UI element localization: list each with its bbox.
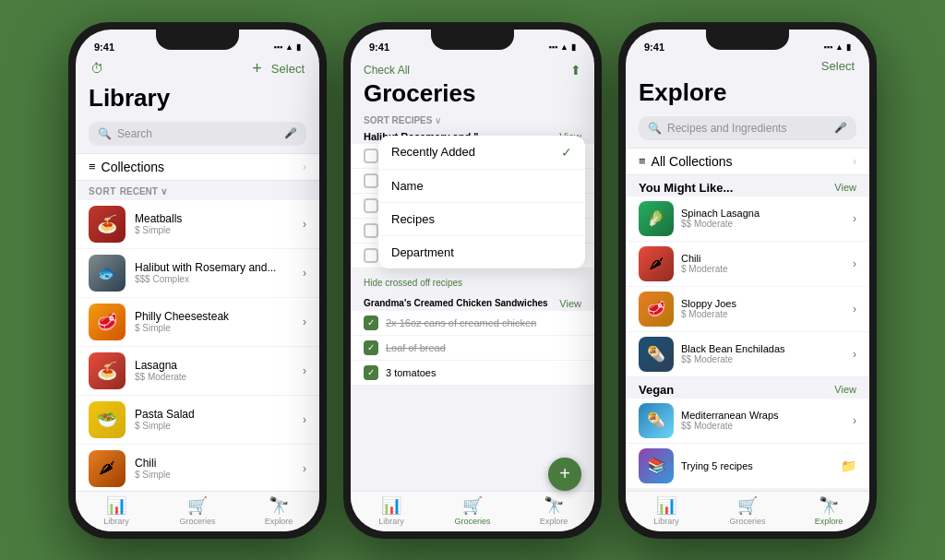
- recipe-thumbnail: 📚: [639, 448, 674, 483]
- tab-library[interactable]: 📊 Library: [351, 495, 432, 526]
- chevron-right-icon: ›: [303, 316, 306, 328]
- groceries-tab-icon: 🛒: [187, 495, 208, 516]
- checkmark-icon: ✓: [561, 145, 572, 160]
- checkbox-checked[interactable]: ✓: [364, 365, 378, 380]
- wifi-icon: ▲: [835, 42, 843, 52]
- tab-explore[interactable]: 🔭 Explore: [513, 495, 594, 526]
- signal-icon: ▪▪▪: [549, 42, 558, 52]
- list-item[interactable]: 🍝 Lasagna $$ Moderate ›: [76, 347, 319, 396]
- checkbox[interactable]: [364, 248, 378, 263]
- list-item[interactable]: 🥩 Sloppy Joes $ Moderate ›: [626, 287, 869, 332]
- grocery-item[interactable]: ✓ 3 tomatoes: [351, 361, 594, 386]
- menu-icon: ≡: [89, 160, 96, 173]
- grocery-item[interactable]: ✓ Loaf of bread: [351, 336, 594, 361]
- search-icon: 🔍: [648, 122, 662, 135]
- list-item[interactable]: 🥗 Pasta Salad $ Simple ›: [76, 396, 319, 445]
- recipe-info: Trying 5 recipes: [681, 460, 833, 471]
- dropdown-department[interactable]: Department: [378, 236, 585, 268]
- sort-row[interactable]: SORT RECENT ∨: [76, 181, 319, 200]
- check-all-row: Check All ⬆: [351, 59, 594, 77]
- grocery-item[interactable]: ✓ 2x 16oz cans of creamed chicken: [351, 311, 594, 336]
- recipe-info: Sloppy Joes $ Moderate: [681, 298, 845, 319]
- collections-row[interactable]: ≡ Collections ›: [76, 153, 319, 181]
- recipe-thumbnail: 🌯: [639, 403, 674, 438]
- list-item[interactable]: 🌶 Chili $ Simple ›: [76, 445, 319, 491]
- folder-icon: 📁: [841, 459, 856, 473]
- list-item[interactable]: 📚 Trying 5 recipes 📁: [626, 444, 869, 489]
- checkbox[interactable]: [364, 198, 378, 213]
- share-icon[interactable]: ⬆: [570, 63, 581, 77]
- recipe-name: Chili: [681, 253, 845, 264]
- wifi-icon: ▲: [560, 42, 568, 52]
- checkbox-checked[interactable]: ✓: [364, 340, 378, 355]
- recipe-info: Spinach Lasagna $$ Moderate: [681, 208, 845, 229]
- select-button[interactable]: Select: [271, 62, 305, 76]
- library-search[interactable]: 🔍 Search 🎤: [89, 122, 306, 146]
- grocery-items-grandma: ✓ 2x 16oz cans of creamed chicken ✓ Loaf…: [351, 311, 594, 386]
- checkbox-checked[interactable]: ✓: [364, 316, 378, 330]
- collections-label: Collections: [102, 160, 164, 174]
- tab-explore-label: Explore: [540, 517, 568, 526]
- fab-add-button[interactable]: +: [548, 458, 581, 491]
- dropdown-name[interactable]: Name: [378, 170, 585, 203]
- tab-library[interactable]: 📊 Library: [626, 495, 707, 526]
- status-bar-3: 9:41 ▪▪▪ ▲ ▮: [626, 30, 869, 59]
- list-item[interactable]: 🥩 Philly Cheesesteak $ Simple ›: [76, 298, 319, 347]
- recipe-meta: $ Simple: [135, 421, 293, 431]
- hide-crossed-row[interactable]: Hide crossed off recipes: [351, 268, 594, 294]
- recipe-name: Lasagna: [135, 359, 293, 372]
- select-button[interactable]: Select: [821, 59, 855, 73]
- explore-search[interactable]: 🔍 Recipes and Ingredients 🎤: [639, 116, 856, 140]
- status-time-2: 9:41: [369, 42, 389, 53]
- dropdown-recipes[interactable]: Recipes: [378, 203, 585, 236]
- vegan-view[interactable]: View: [834, 384, 856, 395]
- add-button[interactable]: +: [252, 59, 262, 78]
- tab-groceries[interactable]: 🛒 Groceries: [707, 495, 788, 526]
- chevron-right-icon: ›: [303, 267, 306, 280]
- tab-explore-label: Explore: [815, 517, 843, 526]
- list-item[interactable]: 🍝 Meatballs $ Simple ›: [76, 200, 319, 249]
- recipe-thumbnail: 🥗: [89, 401, 126, 438]
- status-icons-2: ▪▪▪ ▲ ▮: [549, 42, 577, 52]
- checkbox[interactable]: [364, 223, 378, 238]
- checkbox[interactable]: [364, 173, 378, 188]
- sort-recipes-row[interactable]: SORT RECIPES ∨: [351, 112, 594, 127]
- section-grandma-title: Grandma's Creamed Chicken Sandwiches: [364, 298, 548, 309]
- dropdown-recently-added[interactable]: Recently Added ✓: [378, 136, 585, 170]
- chevron-right-icon: ›: [853, 257, 856, 270]
- recipe-name: Chili: [135, 457, 293, 470]
- grocery-item-text: Loaf of bread: [386, 342, 581, 353]
- list-item[interactable]: 🌶 Chili $ Moderate ›: [626, 242, 869, 287]
- tab-explore[interactable]: 🔭 Explore: [788, 495, 869, 526]
- recipe-info: Lasagna $$ Moderate: [135, 359, 293, 382]
- signal-icon: ▪▪▪: [274, 42, 283, 52]
- dropdown-item-label: Recently Added: [391, 145, 475, 159]
- you-might-view[interactable]: View: [834, 182, 856, 193]
- tab-library-label: Library: [653, 517, 679, 526]
- tab-groceries[interactable]: 🛒 Groceries: [432, 495, 513, 526]
- mic-icon: 🎤: [284, 127, 297, 139]
- checkbox[interactable]: [364, 149, 378, 163]
- tab-library-label: Library: [103, 517, 129, 526]
- explore-tab-icon: 🔭: [544, 495, 564, 516]
- list-item[interactable]: 🐟 Halibut with Rosemary and... $$$ Compl…: [76, 249, 319, 298]
- section-grandma-view[interactable]: View: [559, 298, 581, 309]
- tab-groceries-label: Groceries: [729, 517, 765, 526]
- tab-groceries[interactable]: 🛒 Groceries: [157, 495, 238, 526]
- recipe-thumbnail: 🍝: [89, 206, 126, 243]
- tab-library[interactable]: 📊 Library: [76, 495, 157, 526]
- recipe-name: Spinach Lasagna: [681, 208, 845, 219]
- list-item[interactable]: 🥬 Spinach Lasagna $$ Moderate ›: [626, 197, 869, 242]
- recipe-name: Sloppy Joes: [681, 298, 845, 309]
- recipe-meta: $ Simple: [135, 470, 293, 480]
- recipe-name: Philly Cheesesteak: [135, 310, 293, 323]
- list-item[interactable]: 🌯 Black Bean Enchiladas $$ Moderate ›: [626, 332, 869, 377]
- collections-row-explore[interactable]: ≡ All Collections ›: [626, 148, 869, 175]
- check-all-button[interactable]: Check All: [364, 64, 410, 77]
- explore-tab-icon: 🔭: [819, 495, 839, 516]
- tab-explore[interactable]: 🔭 Explore: [238, 495, 319, 526]
- recipe-info: Black Bean Enchiladas $$ Moderate: [681, 343, 845, 364]
- list-item[interactable]: 🌯 Mediterranean Wraps $$ Moderate ›: [626, 399, 869, 444]
- recipe-meta: $ Simple: [135, 323, 293, 333]
- tab-groceries-label: Groceries: [454, 517, 490, 526]
